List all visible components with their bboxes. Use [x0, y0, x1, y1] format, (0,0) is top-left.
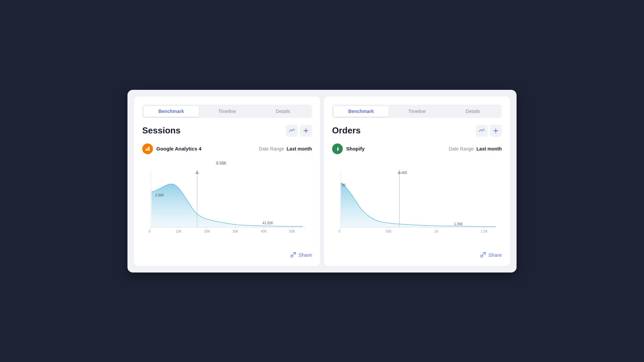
- ga-logo: [142, 143, 153, 154]
- sessions-peak-label: 9.58K: [216, 161, 226, 166]
- sessions-source-row: Google Analytics 4 Date Range Last month: [142, 143, 312, 154]
- sessions-source-name: Google Analytics 4: [156, 146, 201, 152]
- orders-title: Orders: [332, 125, 361, 136]
- svg-rect-3: [147, 147, 149, 151]
- share-icon-left: [290, 252, 296, 257]
- sessions-icon-group: [286, 125, 312, 137]
- orders-date-range-label: Date Range: [449, 146, 474, 152]
- orders-chart-area: 405 96 1.35K 0 500 1K 1.5K: [332, 161, 502, 243]
- svg-text:50K: 50K: [289, 229, 295, 233]
- share-icon-right: [480, 252, 486, 257]
- svg-rect-44: [481, 255, 483, 257]
- sessions-title: Sessions: [142, 125, 180, 136]
- orders-panel: Benchmark Timeline Details Orders: [324, 97, 510, 266]
- sessions-source-info: Google Analytics 4: [142, 143, 201, 154]
- tab-details-left[interactable]: Details: [255, 106, 311, 117]
- plus-icon-btn-left[interactable]: [300, 125, 312, 137]
- plus-icon-btn-right[interactable]: [490, 125, 502, 137]
- svg-point-28: [337, 150, 338, 151]
- tab-timeline-right[interactable]: Timeline: [389, 106, 445, 117]
- svg-rect-23: [291, 255, 293, 257]
- chart-icon-btn-left[interactable]: [286, 125, 298, 137]
- orders-icon-group: [476, 125, 502, 137]
- orders-source-row: Shopify Date Range Last month: [332, 143, 502, 154]
- sessions-tabs: Benchmark Timeline Details: [142, 105, 312, 118]
- svg-text:41.02K: 41.02K: [263, 221, 273, 225]
- sessions-share-label: Share: [299, 252, 312, 258]
- orders-header: Orders: [332, 125, 502, 137]
- svg-text:1K: 1K: [434, 229, 439, 233]
- orders-date-range-value: Last month: [477, 146, 502, 152]
- sessions-panel: Benchmark Timeline Details Sessions: [134, 97, 320, 266]
- sessions-date-range: Date Range Last month: [259, 146, 312, 152]
- tab-timeline-left[interactable]: Timeline: [200, 106, 255, 117]
- sessions-chart-svg: 2.96K 41.02K 0 10K 20K 30K 40K 50K: [142, 161, 312, 241]
- svg-line-24: [293, 252, 296, 255]
- orders-footer: Share: [332, 249, 502, 258]
- svg-text:0: 0: [338, 229, 340, 233]
- sessions-footer: Share: [142, 249, 312, 258]
- sessions-date-range-value: Last month: [287, 146, 312, 152]
- orders-source-name: Shopify: [346, 146, 365, 152]
- svg-text:500: 500: [386, 229, 391, 233]
- svg-marker-30: [397, 170, 401, 174]
- svg-line-45: [483, 252, 485, 255]
- orders-share-button[interactable]: Share: [480, 252, 502, 258]
- sessions-share-button[interactable]: Share: [290, 252, 312, 258]
- shopify-logo: [332, 143, 343, 154]
- orders-source-info: Shopify: [332, 143, 365, 154]
- orders-chart-svg: 405 96 1.35K 0 500 1K 1.5K: [332, 161, 502, 241]
- orders-tabs: Benchmark Timeline Details: [332, 105, 502, 118]
- svg-text:20K: 20K: [204, 229, 210, 233]
- svg-text:2.96K: 2.96K: [155, 193, 164, 197]
- svg-text:1.35K: 1.35K: [454, 222, 463, 226]
- orders-share-label: Share: [488, 252, 502, 258]
- svg-text:10K: 10K: [176, 229, 182, 233]
- main-container: Benchmark Timeline Details Sessions: [127, 90, 517, 273]
- svg-text:40K: 40K: [261, 229, 267, 233]
- chart-icon-btn-right[interactable]: [476, 125, 488, 137]
- sessions-header: Sessions: [142, 125, 312, 137]
- svg-text:1.5K: 1.5K: [481, 229, 488, 233]
- svg-text:30K: 30K: [232, 229, 238, 233]
- svg-marker-6: [195, 170, 199, 174]
- svg-text:405: 405: [401, 171, 407, 175]
- svg-text:96: 96: [342, 183, 346, 187]
- tab-benchmark-right[interactable]: Benchmark: [333, 106, 389, 117]
- orders-date-range: Date Range Last month: [449, 146, 502, 152]
- tab-details-right[interactable]: Details: [445, 106, 500, 117]
- sessions-chart-area: 9.58K: [142, 161, 312, 243]
- svg-rect-2: [146, 149, 147, 151]
- svg-rect-4: [149, 146, 150, 151]
- tab-benchmark-left[interactable]: Benchmark: [144, 106, 199, 117]
- svg-text:0: 0: [149, 229, 151, 233]
- sessions-date-range-label: Date Range: [259, 146, 284, 152]
